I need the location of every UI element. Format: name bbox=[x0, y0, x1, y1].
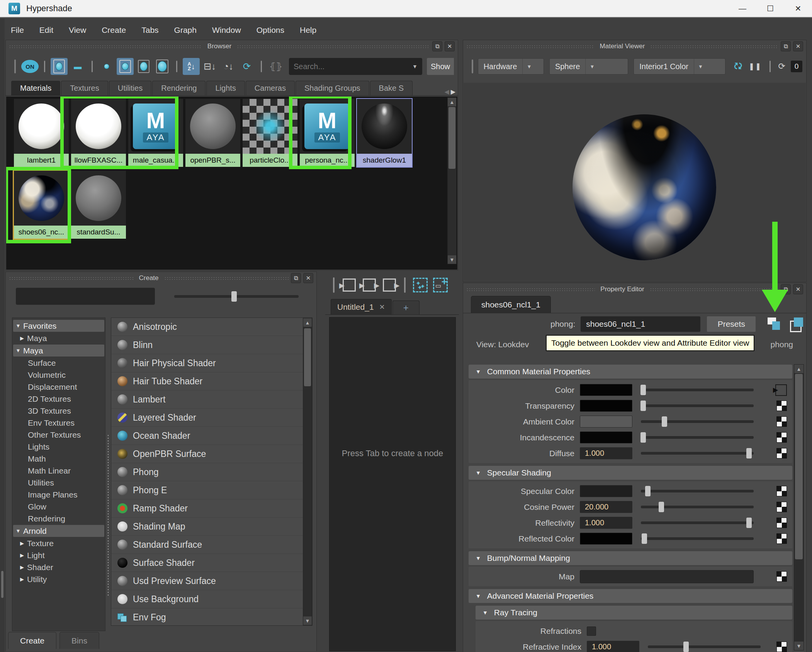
presets-button[interactable]: Presets bbox=[707, 316, 756, 332]
tree-item-texture[interactable]: ▶Texture bbox=[12, 537, 105, 549]
add-graph-tab-button[interactable]: + bbox=[392, 301, 420, 314]
node-item-standard-surface[interactable]: Standard Surface bbox=[111, 536, 312, 554]
slider[interactable] bbox=[641, 401, 754, 411]
tree-item-math-linear[interactable]: Math Linear bbox=[12, 465, 105, 477]
node-name-field[interactable]: shoes06_ncl1_1 bbox=[581, 316, 700, 332]
node-item-shading-map[interactable]: Shading Map bbox=[111, 518, 312, 536]
maximize-button[interactable]: ☐ bbox=[756, 0, 784, 17]
graph-input-output-connections-button[interactable]: ▶▶ bbox=[360, 276, 378, 294]
browser-tab-shading-groups[interactable]: Shading Groups bbox=[296, 81, 369, 95]
value-field[interactable]: 1.000 bbox=[587, 641, 639, 652]
value-field[interactable]: 20.000 bbox=[580, 501, 632, 513]
renderer-dropdown[interactable]: Hardware ▼ bbox=[478, 58, 544, 75]
slider-handle[interactable] bbox=[640, 385, 646, 395]
material-swatch[interactable]: MAYApersona_nc... bbox=[300, 99, 355, 167]
node-item-phong[interactable]: Phong bbox=[111, 463, 312, 481]
map-checker-button[interactable] bbox=[776, 533, 787, 544]
slider-handle[interactable] bbox=[640, 401, 646, 411]
slider[interactable] bbox=[648, 642, 761, 652]
search-dropdown-icon[interactable]: ▼ bbox=[412, 63, 418, 70]
search-input[interactable] bbox=[294, 62, 412, 71]
property-tab-shoes06[interactable]: shoes06_ncl1_1 bbox=[471, 296, 551, 313]
drag-dots[interactable] bbox=[9, 277, 133, 280]
color-swatch-field[interactable] bbox=[580, 431, 632, 443]
scroll-up-icon[interactable]: ▲ bbox=[448, 98, 456, 106]
node-item-ramp-shader[interactable]: Ramp Shader bbox=[111, 499, 312, 518]
toggle-lookdev-attribute-view-button[interactable] bbox=[768, 318, 781, 331]
tree-item-2d-textures[interactable]: 2D Textures bbox=[12, 393, 105, 405]
color-swatch-field[interactable] bbox=[580, 485, 632, 497]
node-item-env-fog[interactable]: Env Fog bbox=[111, 608, 312, 626]
tree-item-maya[interactable]: ▶Maya bbox=[12, 332, 105, 344]
node-item-surface-shader[interactable]: Surface Shader bbox=[111, 554, 312, 572]
slider-handle[interactable] bbox=[659, 502, 664, 512]
tree-item-shader[interactable]: ▶Shader bbox=[12, 561, 105, 573]
slider-handle[interactable] bbox=[683, 642, 689, 652]
node-item-blinn[interactable]: Blinn bbox=[111, 336, 312, 354]
slider-handle[interactable] bbox=[640, 432, 646, 443]
material-viewport[interactable] bbox=[464, 83, 806, 281]
menu-item-tabs[interactable]: Tabs bbox=[141, 25, 158, 35]
menu-item-help[interactable]: Help bbox=[300, 25, 316, 35]
map-checker-button[interactable] bbox=[776, 401, 787, 411]
sort-by-type-button[interactable]: ⊟↓ bbox=[201, 58, 218, 75]
node-item-lambert[interactable]: Lambert bbox=[111, 391, 312, 409]
tree-item-maya[interactable]: ▼Maya bbox=[13, 345, 104, 357]
slider-handle[interactable] bbox=[645, 486, 651, 496]
value-field[interactable]: 1.000 bbox=[580, 447, 632, 459]
browser-tab-materials[interactable]: Materials bbox=[11, 81, 60, 95]
tree-item-image-planes[interactable]: Image Planes bbox=[12, 489, 105, 501]
map-checker-button[interactable] bbox=[776, 571, 787, 582]
material-swatch[interactable]: standardSu... bbox=[71, 171, 126, 239]
render-swatch-icon[interactable]: 🗘 bbox=[734, 61, 742, 71]
slider-handle[interactable] bbox=[642, 533, 647, 544]
menu-item-create[interactable]: Create bbox=[102, 25, 126, 35]
close-panel-icon[interactable]: ✕ bbox=[303, 273, 313, 283]
close-tab-icon[interactable]: ✕ bbox=[379, 303, 385, 311]
node-item-hair-tube-shader[interactable]: Hair Tube Shader bbox=[111, 372, 312, 391]
list-view-button[interactable]: ▬ bbox=[69, 58, 86, 75]
bottom-tab-create[interactable]: Create bbox=[8, 632, 56, 649]
close-button[interactable]: ✕ bbox=[784, 0, 812, 17]
pause-render-button[interactable]: ❚❚ bbox=[749, 62, 762, 71]
tree-item-utility[interactable]: ▶Utility bbox=[12, 573, 105, 585]
drag-dots[interactable] bbox=[650, 45, 778, 48]
menu-item-view[interactable]: View bbox=[69, 25, 86, 35]
scroll-thumb[interactable] bbox=[448, 107, 455, 169]
detach-panel-icon[interactable]: ⧉ bbox=[291, 273, 301, 283]
scroll-down-icon[interactable]: ▼ bbox=[794, 642, 804, 650]
color-swatch-field[interactable] bbox=[580, 384, 632, 396]
tree-item-lights[interactable]: Lights bbox=[12, 441, 105, 453]
node-list-scrollbar[interactable]: ▲ ▼ bbox=[303, 318, 312, 625]
color-swatch-field[interactable] bbox=[580, 533, 632, 545]
show-menu-button[interactable]: Show bbox=[427, 58, 454, 75]
panel-resize-handle[interactable] bbox=[1, 571, 3, 598]
map-checker-button[interactable] bbox=[776, 432, 787, 443]
material-swatch[interactable]: shaderGlow1 bbox=[357, 99, 412, 167]
menu-item-file[interactable]: File bbox=[11, 25, 24, 35]
value-field[interactable]: 1.000 bbox=[580, 517, 632, 529]
drag-dots[interactable] bbox=[9, 45, 202, 48]
section-header-advanced-material-properties[interactable]: ▼Advanced Material Properties bbox=[469, 589, 792, 603]
section-header-common-material-properties[interactable]: ▼Common Material Properties bbox=[469, 365, 792, 379]
slider[interactable] bbox=[641, 416, 754, 427]
map-checker-button[interactable] bbox=[776, 502, 787, 512]
tree-item-arnold[interactable]: ▼Arnold bbox=[13, 525, 104, 537]
material-swatch[interactable]: openPBR_s... bbox=[185, 99, 240, 167]
scroll-down-icon[interactable]: ▼ bbox=[448, 255, 456, 264]
node-item-hair-physical-shader[interactable]: Hair Physical Shader bbox=[111, 354, 312, 372]
swatch-scrollbar[interactable]: ▲ ▼ bbox=[447, 97, 457, 264]
drag-dots[interactable] bbox=[466, 288, 595, 291]
scroll-up-icon[interactable]: ▲ bbox=[794, 365, 804, 373]
tree-item-utilities[interactable]: Utilities bbox=[12, 477, 105, 489]
tree-item-surface[interactable]: Surface bbox=[12, 357, 105, 369]
close-panel-icon[interactable]: ✕ bbox=[445, 41, 455, 51]
graph-input-connections-button[interactable]: ▶ bbox=[340, 276, 358, 294]
material-swatch[interactable]: llowFBXASC... bbox=[71, 99, 126, 167]
node-graph-canvas[interactable]: Press Tab to create a node bbox=[329, 317, 456, 651]
tree-item-other-textures[interactable]: Other Textures bbox=[12, 429, 105, 441]
slider[interactable] bbox=[641, 432, 754, 443]
material-swatch[interactable]: MAYAmale_casua... bbox=[128, 99, 183, 167]
swatch-view-button[interactable] bbox=[51, 58, 68, 75]
tree-item-light[interactable]: ▶Light bbox=[12, 549, 105, 561]
